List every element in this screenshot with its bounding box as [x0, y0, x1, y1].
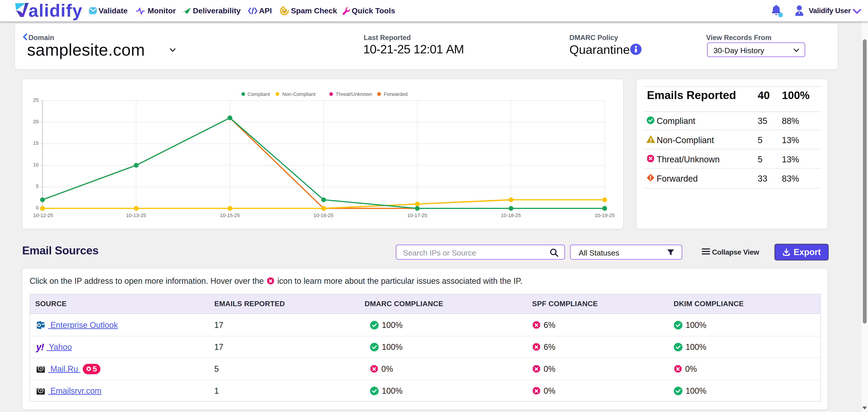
svg-text:10-18-25: 10-18-25: [501, 212, 521, 218]
svg-text:10-15-25: 10-15-25: [220, 212, 240, 218]
svg-text:20: 20: [33, 119, 39, 124]
svg-text:5: 5: [36, 183, 39, 189]
svg-text:Threat/Unknown: Threat/Unknown: [336, 91, 372, 97]
svg-text:10-12-25: 10-12-25: [33, 212, 53, 218]
svg-text:10-13-25: 10-13-25: [126, 212, 146, 218]
svg-text:10-17-25: 10-17-25: [407, 212, 427, 218]
svg-text:15: 15: [33, 140, 39, 146]
svg-text:Compliant: Compliant: [248, 91, 270, 97]
svg-text:10-19-25: 10-19-25: [595, 212, 615, 218]
svg-text:Non-Compliant: Non-Compliant: [282, 91, 315, 97]
svg-text:25: 25: [33, 97, 39, 103]
svg-text:0: 0: [36, 205, 39, 210]
svg-text:Forwarded: Forwarded: [384, 91, 408, 97]
svg-text:10: 10: [33, 162, 39, 168]
svg-text:10-16-25: 10-16-25: [313, 212, 333, 218]
